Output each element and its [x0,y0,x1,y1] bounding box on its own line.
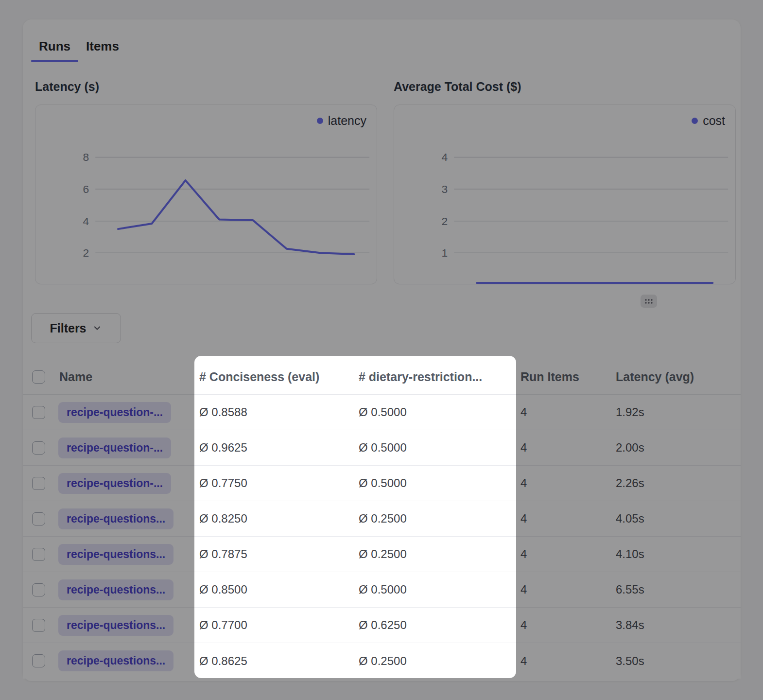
svg-text:4: 4 [83,215,89,228]
filters-button-label: Filters [50,321,86,335]
table-header: Name # Conciseness (eval) # dietary-rest… [23,359,741,395]
tab-runs-label: Runs [39,39,70,53]
row-checkbox[interactable] [32,548,45,561]
svg-text:4: 4 [442,151,448,163]
table-row: recipe-questions... Ø 0.8625 Ø 0.2500 4 … [23,643,741,679]
latency-avg-value: 6.55s [616,583,741,596]
run-name-cell: recipe-questions... [50,650,199,671]
run-name-badge[interactable]: recipe-questions... [58,615,173,636]
cost-line-chart: 4321 [394,105,735,284]
filters-button[interactable]: Filters [31,313,121,343]
run-name-cell: recipe-question-... [50,402,199,423]
dietary-restriction-value: Ø 0.2500 [359,654,520,668]
dietary-restriction-value: Ø 0.6250 [359,618,520,632]
run-items-value: 4 [520,405,616,419]
table-row: recipe-questions... Ø 0.7700 Ø 0.6250 4 … [23,608,741,643]
latency-avg-value: 2.26s [616,476,741,490]
row-checkbox[interactable] [32,406,45,419]
run-name-cell: recipe-questions... [50,544,199,565]
run-name-badge[interactable]: recipe-questions... [58,508,173,529]
cost-legend: cost [692,114,725,128]
table-row: recipe-questions... Ø 0.8500 Ø 0.5000 4 … [23,572,741,608]
row-checkbox[interactable] [32,654,45,667]
run-items-value: 4 [520,441,616,455]
cost-legend-label: cost [703,114,725,128]
cost-legend-dot-icon [692,118,698,124]
latency-avg-value: 3.84s [616,618,741,632]
cost-chart-title: Average Total Cost ($) [394,80,521,94]
latency-legend-dot-icon [317,118,323,124]
column-header-run-items: Run Items [520,370,616,384]
run-items-value: 4 [520,547,616,561]
runs-card: Runs Items Latency (s) Average Total Cos… [23,19,741,681]
row-checkbox-cell [23,466,50,501]
conciseness-value: Ø 0.8625 [199,654,359,668]
chevron-down-icon [92,323,103,333]
table-body: recipe-question-... Ø 0.8588 Ø 0.5000 4 … [23,395,741,679]
tab-bar: Runs Items [31,33,127,62]
row-checkbox-cell [23,430,50,465]
runs-table: Name # Conciseness (eval) # dietary-rest… [23,359,741,679]
run-name-badge[interactable]: recipe-question-... [58,402,171,423]
latency-avg-value: 3.50s [616,654,741,668]
row-checkbox[interactable] [32,512,45,525]
conciseness-value: Ø 0.8588 [199,405,359,419]
row-checkbox-cell [23,537,50,572]
conciseness-value: Ø 0.8500 [199,583,359,596]
row-checkbox-cell [23,643,50,679]
column-header-latency-avg: Latency (avg) [616,370,741,384]
row-checkbox[interactable] [32,619,45,632]
conciseness-value: Ø 0.9625 [199,441,359,455]
tab-items-label: Items [86,39,119,53]
run-name-badge[interactable]: recipe-questions... [58,650,173,671]
row-checkbox[interactable] [32,583,45,596]
column-header-name: Name [50,370,199,384]
drag-handle-icon[interactable] [641,295,657,308]
run-name-badge[interactable]: recipe-questions... [58,579,173,600]
latency-line-chart: 8642 [35,105,377,284]
dietary-restriction-value: Ø 0.2500 [359,512,520,525]
run-items-value: 4 [520,618,616,632]
run-name-badge[interactable]: recipe-question-... [58,438,171,458]
run-items-value: 4 [520,654,616,668]
row-checkbox[interactable] [32,477,45,490]
grid-dots-icon [644,298,654,305]
row-checkbox-cell [23,395,50,430]
page: Runs Items Latency (s) Average Total Cos… [0,0,763,700]
latency-avg-value: 2.00s [616,441,741,455]
dietary-restriction-value: Ø 0.5000 [359,476,520,490]
run-name-cell: recipe-questions... [50,615,199,636]
table-row: recipe-question-... Ø 0.8588 Ø 0.5000 4 … [23,395,741,430]
select-all-checkbox[interactable] [32,370,45,384]
conciseness-value: Ø 0.7700 [199,618,359,632]
column-header-dietary-restriction: # dietary-restriction... [359,370,520,384]
tab-runs[interactable]: Runs [31,33,78,62]
run-name-cell: recipe-questions... [50,579,199,600]
run-items-value: 4 [520,583,616,596]
column-header-conciseness: # Conciseness (eval) [199,370,359,384]
svg-text:3: 3 [442,183,448,195]
latency-chart-panel: 8642 latency [35,105,377,284]
run-name-cell: recipe-question-... [50,473,199,494]
run-name-badge[interactable]: recipe-questions... [58,544,173,565]
latency-avg-value: 1.92s [616,405,741,419]
latency-avg-value: 4.10s [616,547,741,561]
latency-avg-value: 4.05s [616,512,741,525]
row-checkbox[interactable] [32,441,45,455]
table-row: recipe-question-... Ø 0.7750 Ø 0.5000 4 … [23,466,741,501]
dietary-restriction-value: Ø 0.5000 [359,405,520,419]
header-checkbox-cell [23,359,50,394]
svg-text:8: 8 [83,151,89,163]
row-checkbox-cell [23,501,50,536]
svg-text:2: 2 [442,215,448,228]
run-name-cell: recipe-question-... [50,438,199,458]
dietary-restriction-value: Ø 0.2500 [359,547,520,561]
dietary-restriction-value: Ø 0.5000 [359,583,520,596]
latency-chart-title: Latency (s) [35,80,99,94]
svg-text:2: 2 [83,246,89,259]
dietary-restriction-value: Ø 0.5000 [359,441,520,455]
tab-items[interactable]: Items [78,33,127,62]
row-checkbox-cell [23,572,50,607]
conciseness-value: Ø 0.7750 [199,476,359,490]
run-name-badge[interactable]: recipe-question-... [58,473,171,494]
